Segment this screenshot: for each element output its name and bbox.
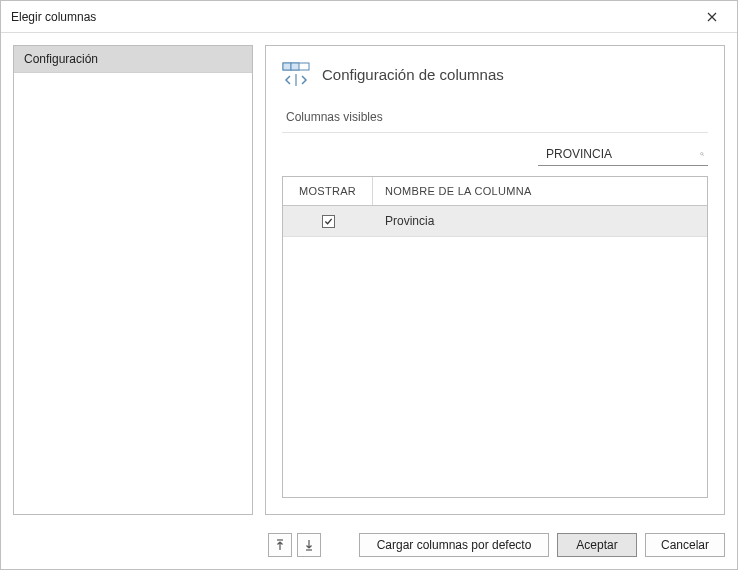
dialog-window: Elegir columnas Configuración bbox=[0, 0, 738, 570]
dialog-body: Configuración Configuración de columnas bbox=[1, 33, 737, 523]
svg-line-5 bbox=[703, 155, 704, 156]
reorder-buttons bbox=[268, 533, 321, 557]
titlebar: Elegir columnas bbox=[1, 1, 737, 33]
columns-table: MOSTRAR NOMBRE DE LA COLUMNA Provincia bbox=[282, 176, 708, 498]
search-input[interactable] bbox=[542, 145, 700, 163]
table-body: Provincia bbox=[283, 206, 707, 497]
arrow-bottom-icon bbox=[305, 539, 313, 551]
move-top-button[interactable] bbox=[268, 533, 292, 557]
section-label: Columnas visibles bbox=[282, 106, 708, 133]
check-icon bbox=[324, 217, 333, 226]
sidebar: Configuración bbox=[13, 45, 253, 515]
row-checkbox[interactable] bbox=[322, 215, 335, 228]
panel-title: Configuración de columnas bbox=[322, 66, 504, 83]
panel-header: Configuración de columnas bbox=[282, 60, 708, 88]
button-label: Aceptar bbox=[576, 538, 617, 552]
move-bottom-button[interactable] bbox=[297, 533, 321, 557]
load-defaults-button[interactable]: Cargar columnas por defecto bbox=[359, 533, 549, 557]
cancel-button[interactable]: Cancelar bbox=[645, 533, 725, 557]
arrow-top-icon bbox=[276, 539, 284, 551]
columns-config-icon bbox=[282, 60, 310, 88]
button-label: Cancelar bbox=[661, 538, 709, 552]
window-title: Elegir columnas bbox=[11, 10, 96, 24]
svg-rect-1 bbox=[283, 63, 291, 70]
search-box bbox=[538, 143, 708, 166]
column-header-show[interactable]: MOSTRAR bbox=[283, 177, 373, 205]
cell-name: Provincia bbox=[373, 206, 707, 236]
svg-rect-2 bbox=[291, 63, 299, 70]
svg-point-4 bbox=[701, 153, 704, 156]
search-icon[interactable] bbox=[700, 146, 704, 162]
close-button[interactable] bbox=[697, 2, 727, 32]
sidebar-item-config[interactable]: Configuración bbox=[14, 46, 252, 73]
column-header-name[interactable]: NOMBRE DE LA COLUMNA bbox=[373, 177, 707, 205]
search-row bbox=[282, 143, 708, 166]
cell-show bbox=[283, 207, 373, 236]
table-header: MOSTRAR NOMBRE DE LA COLUMNA bbox=[283, 177, 707, 206]
sidebar-item-label: Configuración bbox=[24, 52, 98, 66]
close-icon bbox=[707, 12, 717, 22]
button-label: Cargar columnas por defecto bbox=[377, 538, 532, 552]
dialog-footer: Cargar columnas por defecto Aceptar Canc… bbox=[1, 523, 737, 569]
accept-button[interactable]: Aceptar bbox=[557, 533, 637, 557]
table-row[interactable]: Provincia bbox=[283, 206, 707, 237]
main-panel: Configuración de columnas Columnas visib… bbox=[265, 45, 725, 515]
